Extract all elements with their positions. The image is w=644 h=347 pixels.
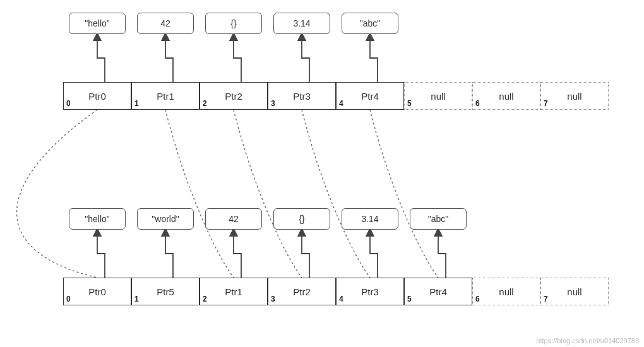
value-box: "abc" bbox=[342, 13, 398, 34]
mapping-curve bbox=[302, 110, 370, 278]
array-slot: 4Ptr3 bbox=[336, 278, 404, 305]
value-text: "hello" bbox=[85, 214, 110, 224]
pointer-arrow bbox=[370, 35, 378, 82]
value-box: 3.14 bbox=[273, 13, 330, 34]
value-box: 3.14 bbox=[342, 208, 398, 230]
array-slot: 0Ptr0 bbox=[63, 82, 131, 110]
value-box: {} bbox=[205, 13, 262, 34]
value-text: {} bbox=[230, 18, 236, 28]
slot-label: Ptr4 bbox=[361, 91, 379, 102]
slot-index: 5 bbox=[407, 99, 412, 108]
pointer-arrow bbox=[165, 231, 173, 278]
array-slot: 3Ptr2 bbox=[268, 278, 336, 305]
value-text: 42 bbox=[160, 18, 170, 28]
array-slot: 5Ptr4 bbox=[404, 278, 472, 305]
value-box: {} bbox=[273, 208, 330, 230]
value-text: "hello" bbox=[85, 18, 110, 28]
slot-label: Ptr2 bbox=[225, 91, 242, 102]
pointer-arrow bbox=[370, 231, 378, 278]
slot-index: 1 bbox=[134, 99, 139, 108]
array-slot: 4Ptr4 bbox=[336, 82, 404, 110]
slot-label: Ptr0 bbox=[88, 286, 106, 297]
value-text: 42 bbox=[229, 214, 239, 224]
array-slot: 7null bbox=[540, 82, 609, 110]
value-text: "abc" bbox=[360, 18, 381, 28]
mapping-curve bbox=[17, 110, 98, 278]
value-box: "abc" bbox=[410, 208, 467, 230]
value-text: "world" bbox=[152, 214, 179, 224]
slot-label: null bbox=[499, 91, 513, 102]
pointer-arrow bbox=[97, 35, 105, 82]
array-slot: 2Ptr2 bbox=[200, 82, 268, 110]
slot-label: Ptr2 bbox=[293, 286, 311, 297]
pointer-arrow bbox=[302, 35, 309, 82]
slot-label: Ptr1 bbox=[225, 286, 242, 297]
pointer-arrow bbox=[97, 231, 105, 278]
slot-index: 0 bbox=[66, 99, 71, 108]
mapping-curve bbox=[234, 110, 302, 278]
slot-index: 1 bbox=[134, 295, 139, 303]
slot-label: null bbox=[499, 286, 513, 297]
array-slot: 1Ptr1 bbox=[131, 82, 200, 110]
array-slot: 6null bbox=[472, 278, 540, 305]
slot-index: 0 bbox=[66, 295, 71, 303]
value-text: 3.14 bbox=[293, 18, 310, 28]
slot-index: 6 bbox=[475, 99, 480, 108]
slot-label: Ptr3 bbox=[361, 286, 379, 297]
pointer-arrow bbox=[234, 231, 241, 278]
array-slot: 5null bbox=[404, 82, 472, 110]
slot-label: Ptr0 bbox=[88, 91, 106, 102]
value-box: "hello" bbox=[69, 208, 126, 230]
mapping-curve bbox=[165, 110, 234, 278]
array-slot: 6null bbox=[472, 82, 540, 110]
mapping-curve bbox=[370, 110, 438, 278]
watermark: https://blog.csdn.net/u014029783 bbox=[536, 337, 639, 344]
diagram-canvas: { "top": { "values": ["\"hello\"", "42",… bbox=[0, 0, 644, 347]
slot-label: null bbox=[567, 286, 581, 297]
value-text: "abc" bbox=[428, 214, 449, 224]
array-slot: 3Ptr3 bbox=[268, 82, 336, 110]
slot-index: 3 bbox=[271, 295, 275, 303]
slot-index: 5 bbox=[407, 295, 412, 303]
slot-index: 6 bbox=[475, 295, 480, 303]
array-slot: 1Ptr5 bbox=[131, 278, 200, 305]
slot-label: Ptr1 bbox=[157, 91, 174, 102]
pointer-arrow bbox=[302, 231, 309, 278]
array-slot: 2Ptr1 bbox=[200, 278, 268, 305]
value-box: 42 bbox=[205, 208, 262, 230]
slot-index: 7 bbox=[544, 99, 548, 108]
value-box: "hello" bbox=[69, 13, 126, 34]
pointer-arrow bbox=[234, 35, 241, 82]
slot-index: 4 bbox=[339, 295, 343, 303]
slot-index: 2 bbox=[203, 99, 207, 108]
slot-index: 7 bbox=[544, 295, 548, 303]
slot-index: 2 bbox=[203, 295, 207, 303]
slot-label: Ptr4 bbox=[429, 286, 447, 297]
array-slot: 0Ptr0 bbox=[63, 278, 131, 305]
slot-index: 3 bbox=[271, 99, 275, 108]
slot-index: 4 bbox=[339, 99, 343, 108]
slot-label: null bbox=[431, 91, 445, 102]
value-text: {} bbox=[299, 214, 304, 224]
slot-label: Ptr5 bbox=[157, 286, 174, 297]
value-box: "world" bbox=[137, 208, 194, 230]
pointer-arrow bbox=[165, 35, 173, 82]
value-text: 3.14 bbox=[361, 214, 378, 224]
array-slot: 7null bbox=[540, 278, 609, 305]
slot-label: null bbox=[567, 91, 581, 102]
slot-label: Ptr3 bbox=[293, 91, 311, 102]
pointer-arrow bbox=[438, 231, 446, 278]
value-box: 42 bbox=[137, 13, 194, 34]
